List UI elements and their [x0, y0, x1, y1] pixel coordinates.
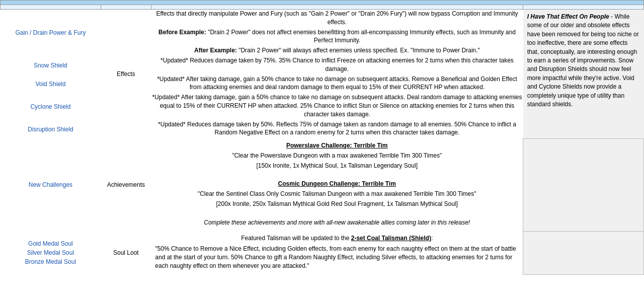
col-header-type [101, 5, 151, 10]
col-header-content [1, 5, 101, 10]
content-disruption-shield: Disruption Shield [1, 120, 101, 139]
type-soul-loot: Soul Loot [101, 231, 151, 274]
note-title: I Have That Effect On People [527, 13, 609, 20]
note-soul-loot [523, 231, 644, 274]
desc-snow-shield: *Updated* Reduces damage taken by 75%. 3… [151, 56, 523, 75]
row-soul-loot: Gold Medal Soul Silver Medal Soul Bronze… [1, 231, 644, 274]
content-cyclone-shield: Cyclone Shield [1, 93, 101, 120]
desc-gain-drain: Effects that directly manipulate Power a… [151, 10, 523, 56]
desc-new-challenges: Powerslave Challenge: Terrible Tim "Clea… [151, 138, 523, 231]
note-challenges [523, 138, 644, 231]
content-void-shield: Void Shield [1, 75, 101, 94]
type-achievements: Achievements [101, 138, 151, 231]
main-table: Gain / Drain Power & Fury Effects Effect… [0, 0, 644, 275]
note-body: - While some of our older and obsolete e… [527, 13, 639, 108]
desc-cyclone-shield: *Updated* After taking damage, gain a 50… [151, 93, 523, 120]
content-soul-loot: Gold Medal Soul Silver Medal Soul Bronze… [1, 231, 101, 274]
type-effects: Effects [101, 10, 151, 139]
row-new-challenges: New Challenges Achievements Powerslave C… [1, 138, 644, 231]
col-header-description [151, 5, 523, 10]
header-row [1, 1, 644, 5]
row-gain-drain: Gain / Drain Power & Fury Effects Effect… [1, 10, 644, 56]
desc-soul-loot: Featured Talisman will be updated to the… [151, 231, 523, 274]
table-body: Gain / Drain Power & Fury Effects Effect… [1, 10, 644, 275]
content-new-challenges: New Challenges [1, 138, 101, 231]
desc-disruption-shield: *Updated* Reduces damage taken by 50%. R… [151, 120, 523, 139]
content-gain-drain: Gain / Drain Power & Fury [1, 10, 101, 56]
col-header-note [523, 5, 644, 10]
desc-void-shield: *Updated* After taking damage, gain a 50… [151, 75, 523, 94]
column-headers [1, 5, 644, 10]
header-title [1, 1, 644, 5]
content-snow-shield: Snow Shield [1, 56, 101, 75]
note-effects: I Have That Effect On People - While som… [523, 10, 644, 139]
